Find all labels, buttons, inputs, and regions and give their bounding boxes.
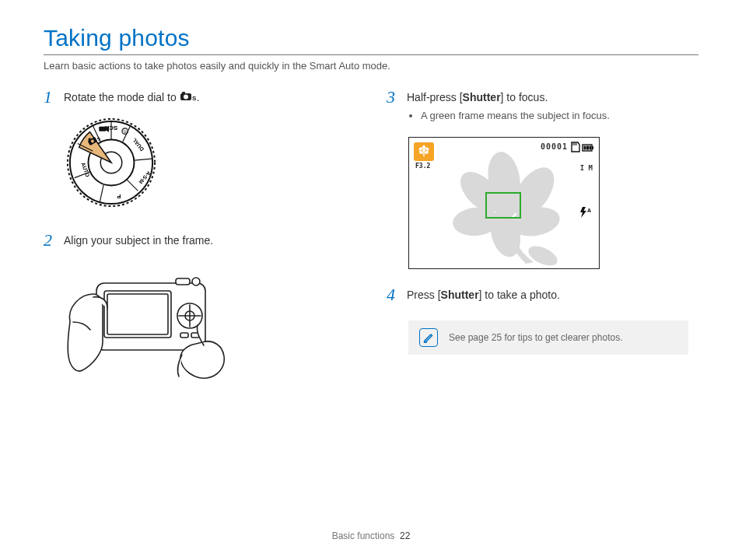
svg-rect-62 — [590, 145, 592, 149]
svg-point-49 — [422, 145, 425, 149]
step-text: Rotate the mode dial to S . — [64, 90, 200, 106]
svg-rect-59 — [592, 146, 593, 149]
left-column: 1 Rotate the mode dial to S . — [44, 90, 355, 387]
page-footer: Basic functions 22 — [0, 530, 742, 541]
battery-icon — [582, 142, 594, 156]
focus-frame — [485, 192, 521, 219]
title-rule — [44, 54, 698, 55]
svg-rect-1 — [182, 92, 185, 94]
svg-rect-60 — [584, 145, 586, 149]
tip-box: See page 25 for tips to get clearer phot… — [408, 320, 688, 355]
note-icon — [419, 328, 438, 347]
step-text: Half-press [Shutter] to focus. A green f… — [407, 90, 610, 124]
step-number: 1 — [44, 89, 59, 106]
svg-text:P: P — [117, 193, 121, 200]
svg-rect-54 — [423, 152, 424, 156]
step-4: 4 Press [Shutter] to take a photo. — [387, 288, 698, 303]
step3-text-b: ] to focus. — [501, 91, 548, 103]
shutter-label: Shutter — [441, 289, 479, 301]
aperture-value: F3.2 — [415, 163, 430, 170]
footer-section: Basic functions — [332, 530, 395, 541]
subtitle: Learn basic actions to take photos easil… — [44, 60, 698, 72]
page-title: Taking photos — [44, 25, 698, 51]
svg-point-37 — [192, 278, 200, 285]
resolution-indicator: I M — [580, 164, 593, 172]
step3-text-a: Half-press [ — [407, 91, 463, 103]
step-3: 3 Half-press [Shutter] to focus. A green… — [387, 90, 698, 124]
step-1: 1 Rotate the mode dial to S . — [44, 90, 355, 106]
step4-text-b: ] to take a photo. — [479, 289, 560, 301]
mode-dial-illustration: S SCN DUAL A·S·M P AUTO — [65, 117, 355, 212]
shot-counter: 00001 — [541, 142, 568, 151]
step-number: 2 — [44, 232, 59, 249]
step-text: Press [Shutter] to take a photo. — [407, 288, 560, 303]
flash-auto-icon: A — [579, 206, 594, 222]
step-text: Align your subject in the frame. — [64, 233, 213, 249]
step1-text-b: . — [197, 91, 200, 103]
step-number: 3 — [387, 89, 402, 106]
step4-text-a: Press [ — [407, 289, 441, 301]
smart-auto-mode-icon: S — [180, 91, 197, 107]
svg-text:A: A — [587, 208, 591, 213]
step3-bullet: A green frame means the subject in focus… — [421, 109, 610, 123]
svg-point-27 — [124, 130, 124, 131]
macro-flower-icon — [414, 142, 434, 161]
tip-text: See page 25 for tips to get clearer phot… — [449, 332, 622, 343]
step-number: 4 — [387, 286, 402, 303]
step-2: 2 Align your subject in the frame. — [44, 233, 355, 249]
svg-rect-36 — [176, 278, 190, 285]
right-column: 3 Half-press [Shutter] to focus. A green… — [387, 90, 698, 387]
svg-rect-31 — [107, 294, 168, 334]
svg-point-28 — [125, 130, 126, 131]
memory-card-icon — [571, 142, 580, 156]
shutter-label: Shutter — [463, 91, 501, 103]
svg-point-2 — [184, 94, 188, 99]
lcd-preview-illustration: F3.2 00001 I M A — [408, 137, 600, 269]
page-number: 22 — [400, 530, 410, 541]
svg-rect-38 — [180, 333, 188, 338]
step1-text-a: Rotate the mode dial to — [64, 91, 180, 103]
svg-rect-25 — [99, 127, 106, 131]
camera-hold-illustration — [44, 260, 355, 387]
svg-rect-61 — [586, 145, 589, 149]
svg-point-47 — [526, 242, 561, 268]
